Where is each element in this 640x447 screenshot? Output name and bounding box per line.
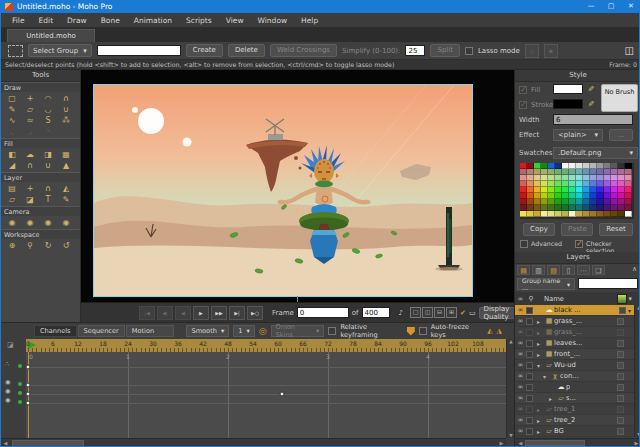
draw-tool-icon-5[interactable]: ▱ <box>21 104 39 115</box>
timeline-zoom-out-icon[interactable]: ◭ <box>487 327 492 335</box>
scroll-right-icon[interactable]: ▶ <box>632 439 640 447</box>
fast-forward-button[interactable]: ▶▶ <box>211 306 227 320</box>
layer-tool-icon-2[interactable]: ∩ <box>39 183 57 194</box>
frame-input[interactable] <box>297 307 349 318</box>
layer-expand-arrow[interactable]: ▸ <box>537 318 544 325</box>
layer-expand-arrow[interactable]: ▸ <box>537 340 544 347</box>
jump-to-end-button[interactable]: ▶| <box>229 306 245 320</box>
layer-checkbox[interactable] <box>526 318 533 325</box>
reference-layer-button[interactable]: ❏ <box>592 265 605 275</box>
layer-row-grass-[interactable]: ∞▸▦grass_... <box>515 327 634 338</box>
palette-swatch[interactable] <box>604 211 611 217</box>
onion-skins-dropdown[interactable]: Onion Skins ▾ <box>271 325 325 337</box>
layer-expand-arrow[interactable]: ▸ <box>549 395 556 402</box>
palette-swatch[interactable] <box>597 211 604 217</box>
no-brush-button[interactable]: No Brush <box>601 84 638 112</box>
timeline-tab-motion-graph[interactable]: Motion Graph <box>126 325 175 337</box>
layer-visibility-icon[interactable]: ∞ <box>515 372 526 380</box>
layer-row-black-[interactable]: ∞☁black ...▾ <box>515 305 634 316</box>
layers-horizontal-scrollbar[interactable]: ◀ ▶ <box>515 438 640 447</box>
fill-tool-icon-1[interactable]: ☁ <box>21 149 39 160</box>
group-name-input[interactable] <box>97 45 181 56</box>
draw-tool-icon-7[interactable]: ∪ <box>57 104 75 115</box>
lasso-mode-checkbox[interactable] <box>465 47 473 55</box>
fill-tool-icon-3[interactable]: ▦ <box>57 149 75 160</box>
palette-swatch[interactable] <box>590 211 597 217</box>
fill-tool-icon-5[interactable]: ∩ <box>21 160 39 171</box>
layer-visibility-icon[interactable]: ∞ <box>515 361 526 369</box>
split-button[interactable]: Split <box>430 44 460 57</box>
layer-checkbox[interactable] <box>526 307 533 314</box>
scroll-up-icon[interactable]: ▲ <box>635 305 640 310</box>
layer-color-box[interactable] <box>617 318 624 325</box>
menu-file[interactable]: File <box>5 16 32 25</box>
delete-button[interactable]: Delete <box>228 44 265 57</box>
layer-expand-arrow[interactable]: ▸ <box>537 351 544 358</box>
stroke-checkbox[interactable] <box>519 101 527 109</box>
weld-crossings-button[interactable]: Weld Crossings <box>270 44 337 57</box>
layer-search-input[interactable] <box>578 278 638 289</box>
camera-tool-icon-1[interactable]: ◉ <box>21 217 39 228</box>
camera-roll-channel-icon[interactable]: ◉ <box>5 396 11 404</box>
new-layer-button[interactable]: ▤ <box>517 265 530 275</box>
palette-swatch[interactable] <box>527 211 534 217</box>
layer-visibility-icon[interactable]: ∞ <box>515 416 526 424</box>
loop-button[interactable]: ▶○ <box>247 306 263 320</box>
fill-tool-icon-7[interactable]: ▲ <box>57 160 75 171</box>
draw-tool-icon-11[interactable]: ⁂ <box>57 115 75 126</box>
palette-swatch[interactable] <box>625 211 632 217</box>
shield-icon[interactable] <box>407 327 415 336</box>
scroll-right-icon[interactable]: ▶ <box>497 439 506 447</box>
layer-color-box[interactable] <box>617 351 624 358</box>
layer-row-grass-[interactable]: ∞▸▦grass_... <box>515 316 634 327</box>
layer-visibility-icon[interactable]: ∞ <box>515 339 526 347</box>
layer-row-front-[interactable]: ∞▸▦front_... <box>515 349 634 360</box>
layer-checkbox[interactable] <box>526 428 533 435</box>
layer-visibility-icon[interactable]: ∞ <box>515 394 526 402</box>
keyframe-dot[interactable] <box>26 383 31 388</box>
quad-view-icon[interactable]: ⊞ <box>446 307 457 318</box>
menu-window[interactable]: Window <box>251 16 295 25</box>
fill-tool-icon-4[interactable]: ◢ <box>3 160 21 171</box>
layer-checkbox[interactable] <box>526 329 533 336</box>
width-input[interactable] <box>553 114 633 125</box>
layer-color-box[interactable] <box>617 373 624 380</box>
split-horizontal-view-icon[interactable]: ⊟ <box>434 307 445 318</box>
swatches-dropdown[interactable]: .Default.png ▾ <box>553 147 638 159</box>
reset-style-button[interactable]: Reset <box>599 223 633 236</box>
create-button[interactable]: Create <box>186 44 223 57</box>
scroll-left-icon[interactable]: ◀ <box>1 439 10 447</box>
palette-swatch[interactable] <box>541 211 548 217</box>
split-vertical-view-icon[interactable]: ◫ <box>422 307 433 318</box>
copy-style-button[interactable]: Copy <box>523 223 555 236</box>
draw-tool-icon-0[interactable]: ▢ <box>3 93 21 104</box>
layer-checkbox[interactable] <box>526 340 533 347</box>
layer-row-tree-2[interactable]: ∞▸▱tree_2 <box>515 415 634 426</box>
crop-icon[interactable]: ▭ <box>469 309 476 317</box>
menu-help[interactable]: Help <box>294 16 325 25</box>
layer-row-p[interactable]: ∞☁p <box>515 382 634 393</box>
palette-swatch[interactable] <box>562 211 569 217</box>
camera-zoom-channel-icon[interactable]: ◉ <box>5 387 11 395</box>
draw-tool-icon-8[interactable]: ∿ <box>3 115 21 126</box>
layer-color-box[interactable] <box>617 340 624 347</box>
more-options-button[interactable]: ⋯ <box>577 265 590 275</box>
palette-swatch[interactable] <box>548 211 555 217</box>
audio-icon[interactable]: ♪ <box>399 309 403 317</box>
layer-color-swatch[interactable] <box>619 307 626 314</box>
selected-layer-channel-icon[interactable]: ∴ <box>5 360 9 368</box>
camera-tool-icon-2[interactable]: ◉ <box>39 217 57 228</box>
stroke-color-swatch[interactable] <box>553 99 583 109</box>
menu-draw[interactable]: Draw <box>60 16 94 25</box>
single-view-icon[interactable]: □ <box>410 307 421 318</box>
draw-tool-icon-4[interactable]: ✎ <box>3 104 21 115</box>
layer-checkbox[interactable] <box>526 351 533 358</box>
collapse-panel-icon[interactable]: ∧ <box>632 265 637 273</box>
confirm-check-icon[interactable]: ✔ <box>460 309 466 317</box>
stroke-eyedropper-icon[interactable]: ✎ <box>586 100 595 107</box>
fill-tool-icon-0[interactable]: ◧ <box>3 149 21 160</box>
layer-color-box[interactable] <box>617 428 624 435</box>
play-button[interactable]: ▶ <box>193 306 209 320</box>
layer-checkbox[interactable] <box>526 373 533 380</box>
maximize-button[interactable]: ▢ <box>601 0 621 13</box>
